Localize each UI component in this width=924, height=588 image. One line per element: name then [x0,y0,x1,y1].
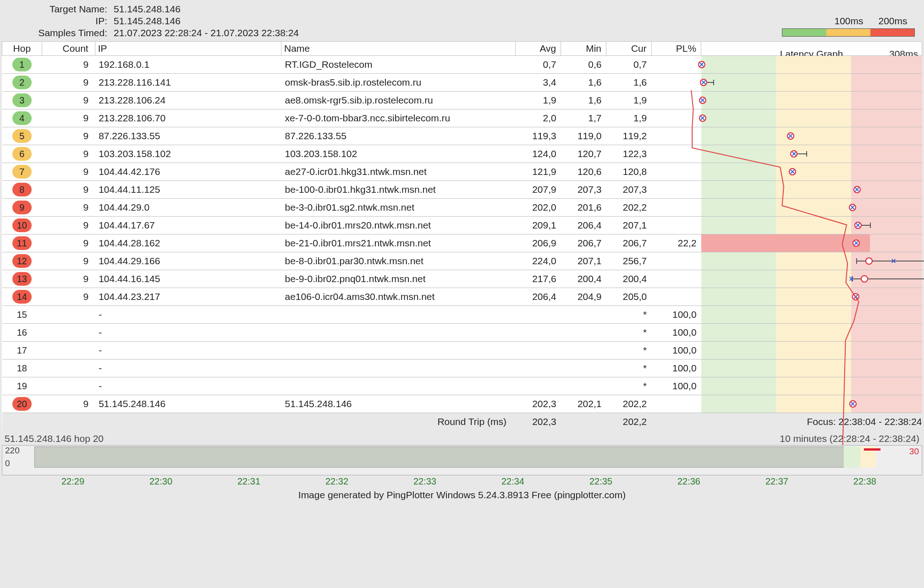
cell-avg: 2,0 [516,109,561,127]
cell-ip: 213.228.106.24 [95,92,281,109]
table-row[interactable]: 19-*100,0 [2,377,922,395]
cell-pl [651,252,701,270]
cell-count [42,342,95,359]
hop-badge: 6 [12,147,32,161]
cell-name: ae27-0.icr01.hkg31.ntwk.msn.net [281,163,516,181]
cell-ip: 213.228.116.141 [95,74,281,92]
table-row[interactable]: 129104.44.29.166be-8-0.ibr01.par30.ntwk.… [2,252,922,270]
legend-red [870,29,914,36]
col-cur[interactable]: Cur [606,42,652,56]
cell-graph: × [701,127,922,145]
table-row[interactable]: 139104.44.16.145be-9-0.ibr02.pnq01.ntwk.… [2,270,922,288]
hop-badge: 18 [12,361,32,375]
hop-badge: 13 [12,272,32,286]
cell-name: be-21-0.ibr01.mrs21.ntwk.msn.net [281,234,516,252]
hop-badge: 9 [12,201,32,214]
cell-pl [651,92,701,109]
table-row[interactable]: 49213.228.106.70xe-7-0-0.tom-bbar3.ncc.s… [2,109,922,127]
timeline-bar [34,446,862,468]
table-row[interactable]: 16-*100,0 [2,324,922,342]
cell-graph: × [701,252,922,270]
cell-cur: 200,4 [606,270,652,288]
cell-avg [516,324,561,342]
cell-min: 204,9 [561,288,606,306]
cell-count [42,377,95,395]
timeline-left: 51.145.248.146 hop 20 [5,433,104,444]
cell-graph: × [701,56,922,74]
cell-graph: × [701,288,922,306]
cell-min [561,324,606,342]
cell-avg: 124,0 [516,145,561,163]
cell-avg: 224,0 [516,252,561,270]
cell-graph: × [701,395,922,413]
col-hop[interactable]: Hop [2,42,42,56]
cell-name: RT.IGD_Rostelecom [281,56,516,74]
cell-min: 207,3 [561,181,606,199]
cell-avg [516,377,561,395]
table-row[interactable]: 99104.44.29.0be-3-0.ibr01.sg2.ntwk.msn.n… [2,199,922,217]
samples-value: 21.07.2023 22:28:24 - 21.07.2023 22:38:2… [114,27,299,38]
col-name[interactable]: Name [281,42,516,56]
cell-ip: 103.203.158.102 [95,145,281,163]
summary-cur: 202,2 [606,413,652,431]
cell-cur: * [606,306,652,324]
ip-label: IP: [6,16,114,27]
cell-ip: 104.44.23.217 [95,288,281,306]
timeline-y-high: 220 [5,446,20,456]
hop-badge: 2 [12,76,32,89]
col-avg[interactable]: Avg [516,42,561,56]
table-row[interactable]: 79104.44.42.176ae27-0.icr01.hkg31.ntwk.m… [2,163,922,181]
legend-yellow [826,29,870,36]
cell-ip: 104.44.16.145 [95,270,281,288]
cell-pl [651,74,701,92]
table-row[interactable]: 39213.228.106.24ae8.omsk-rgr5.sib.ip.ros… [2,92,922,109]
cell-min: 1,7 [561,109,606,127]
hop-badge: 4 [12,111,32,125]
table-row[interactable]: 119104.44.28.162be-21-0.ibr01.mrs21.ntwk… [2,234,922,252]
col-graph[interactable]: Latency Graph308ms [701,42,922,56]
ip-value: 51.145.248.146 [114,16,181,27]
table-row[interactable]: 149104.44.23.217ae106-0.icr04.ams30.ntwk… [2,288,922,306]
table-row[interactable]: 109104.44.17.67be-14-0.ibr01.mrs20.ntwk.… [2,217,922,234]
table-row[interactable]: 69103.203.158.102103.203.158.102124,0120… [2,145,922,163]
cell-cur: 207,3 [606,181,652,199]
col-ip[interactable]: IP [95,42,281,56]
hop-badge: 5 [12,129,32,143]
cell-avg [516,306,561,324]
cell-avg [516,359,561,377]
cell-graph: × [701,217,922,234]
hop-badge: 20 [12,397,32,411]
hop-badge: 8 [12,183,32,196]
timeline-chart[interactable]: 220 0 30 [2,445,922,475]
cell-pl [651,145,701,163]
table-row[interactable]: 18-*100,0 [2,359,922,377]
col-pl[interactable]: PL% [651,42,701,56]
table-row[interactable]: 29213.228.116.141omsk-bras5.sib.ip.roste… [2,74,922,92]
cell-avg: 0,7 [516,56,561,74]
table-row[interactable]: 89104.44.11.125be-100-0.ibr01.hkg31.ntwk… [2,181,922,199]
cell-cur: 0,7 [606,56,652,74]
cell-cur: 119,2 [606,127,652,145]
timeline-tick: 22:32 [325,476,348,487]
cell-avg: 202,3 [516,395,561,413]
cell-cur: 1,9 [606,92,652,109]
cell-ip: 51.145.248.146 [95,395,281,413]
cell-cur: * [606,359,652,377]
cell-count: 9 [42,145,95,163]
col-count[interactable]: Count [42,42,95,56]
col-min[interactable]: Min [561,42,606,56]
cell-pl [651,181,701,199]
cell-name: be-8-0.ibr01.par30.ntwk.msn.net [281,252,516,270]
cell-ip: - [95,342,281,359]
cell-cur: 120,8 [606,163,652,181]
cell-ip: 104.44.11.125 [95,181,281,199]
table-row[interactable]: 15-*100,0 [2,306,922,324]
table-row[interactable]: 5987.226.133.5587.226.133.55119,3119,011… [2,127,922,145]
table-row[interactable]: 19192.168.0.1RT.IGD_Rostelecom0,70,60,7× [2,56,922,74]
table-row[interactable]: 17-*100,0 [2,342,922,359]
timeline-ticks: 22:2922:3022:3122:3222:3322:3422:3522:36… [2,476,922,487]
cell-ip: - [95,377,281,395]
footer: Image generated by PingPlotter Windows 5… [0,490,924,501]
hop-badge: 10 [12,218,32,232]
table-row[interactable]: 20951.145.248.14651.145.248.146202,3202,… [2,395,922,413]
